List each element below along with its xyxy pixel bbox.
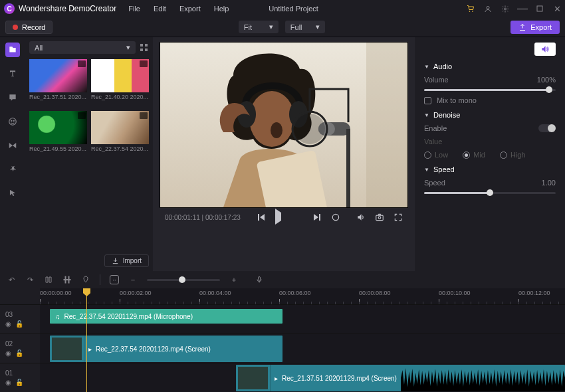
title-bar: C Wondershare DemoCreator File Edit Expo… bbox=[0, 0, 565, 17]
close-icon[interactable]: ✕ bbox=[553, 5, 561, 13]
track-lane[interactable]: ▸Rec_22.37.54 20201129.mp4 (Screen) bbox=[40, 334, 565, 363]
camera-icon bbox=[78, 112, 86, 119]
menu-help[interactable]: Help bbox=[214, 5, 229, 13]
clip-name: Rec_21.40.20 2020... bbox=[91, 94, 149, 100]
zoom-slider[interactable] bbox=[147, 279, 220, 281]
menu-export[interactable]: Export bbox=[179, 5, 201, 13]
chevron-down-icon: ▾ bbox=[126, 43, 130, 52]
denoise-high-radio[interactable] bbox=[500, 151, 507, 159]
prev-frame-button[interactable] bbox=[257, 213, 266, 222]
track-header[interactable]: 01◉🔓 bbox=[0, 363, 40, 392]
svg-point-14 bbox=[249, 91, 294, 147]
track-header[interactable]: 03◉🔓 bbox=[0, 304, 40, 334]
menu-edit[interactable]: Edit bbox=[154, 5, 166, 13]
svg-rect-9 bbox=[145, 44, 148, 47]
svg-rect-26 bbox=[319, 214, 320, 221]
effects-tab[interactable] bbox=[5, 162, 20, 177]
marker-button[interactable] bbox=[81, 275, 90, 284]
mic-button[interactable] bbox=[255, 275, 264, 284]
toolbar: Record Fit▾ Full▾ Export bbox=[0, 17, 565, 37]
cursor-tab[interactable] bbox=[5, 186, 20, 201]
section-audio[interactable]: Audio bbox=[424, 62, 556, 70]
fit-select[interactable]: Fit▾ bbox=[239, 21, 279, 33]
svg-rect-13 bbox=[366, 43, 407, 207]
timeline-clip-video[interactable]: ▸Rec_21.37.51 20201129.mp4 (Screen) bbox=[236, 365, 565, 391]
media-clip[interactable]: Rec_21.49.55 2020... bbox=[29, 111, 87, 159]
audio-mute-button[interactable] bbox=[534, 43, 556, 56]
timeline-tracks[interactable]: 00:00:00:00 00:00:02:00 00:00:04:00 00:0… bbox=[40, 288, 565, 392]
snapshot-icon[interactable] bbox=[375, 213, 384, 222]
library-tab[interactable] bbox=[5, 43, 20, 57]
track-headers: 03◉🔓 02◉🔓 01◉🔓 bbox=[0, 288, 40, 392]
auto-button[interactable]: ↔ bbox=[110, 275, 119, 284]
loop-button[interactable] bbox=[331, 213, 340, 222]
full-select[interactable]: Full▾ bbox=[285, 21, 325, 33]
maximize-icon[interactable] bbox=[536, 5, 544, 13]
properties-panel: Audio Volume100% Mix to mono Denoise Ena… bbox=[415, 37, 565, 271]
denoise-mid-radio[interactable] bbox=[463, 151, 470, 159]
track-lane[interactable]: ▸Rec_21.37.51 20201129.mp4 (Screen) bbox=[40, 363, 565, 392]
speed-slider[interactable] bbox=[424, 192, 556, 194]
text-tab[interactable] bbox=[5, 66, 20, 81]
timeline-ruler[interactable]: 00:00:00:00 00:00:02:00 00:00:04:00 00:0… bbox=[40, 288, 565, 304]
minimize-icon[interactable]: — bbox=[518, 5, 526, 13]
next-frame-button[interactable] bbox=[312, 213, 322, 222]
grid-view-icon[interactable] bbox=[140, 43, 149, 52]
svg-point-15 bbox=[271, 122, 282, 138]
denoise-toggle[interactable] bbox=[538, 124, 556, 132]
zoom-out-button[interactable]: − bbox=[128, 275, 138, 284]
media-grid: Rec_21.37.51 2020... Rec_21.40.20 2020..… bbox=[25, 56, 153, 250]
track-header[interactable]: 02◉🔓 bbox=[0, 334, 40, 363]
media-clip[interactable]: Rec_21.40.20 2020... bbox=[91, 59, 149, 107]
redo-button[interactable]: ↷ bbox=[25, 275, 35, 284]
play-button[interactable] bbox=[275, 213, 284, 222]
denoise-low-radio[interactable] bbox=[424, 151, 431, 159]
eye-icon[interactable]: ◉ bbox=[5, 379, 11, 386]
settings-icon[interactable] bbox=[501, 5, 509, 13]
preview-panel: 00:00:01:11 | 00:00:17:23 bbox=[153, 37, 415, 271]
media-clip[interactable]: Rec_22.37.54 2020... bbox=[91, 111, 149, 159]
eye-icon[interactable]: ◉ bbox=[5, 349, 11, 357]
media-panel: All▾ Rec_21.37.51 2020... Rec_21.40.20 2… bbox=[25, 37, 153, 271]
cart-icon[interactable] bbox=[467, 5, 475, 13]
mix-to-mono-checkbox[interactable] bbox=[424, 97, 431, 104]
upload-icon bbox=[518, 23, 526, 31]
clip-name: Rec_21.49.55 2020... bbox=[29, 146, 87, 152]
playhead[interactable] bbox=[86, 288, 87, 392]
import-button[interactable]: Import bbox=[104, 254, 149, 267]
video-icon: ▸ bbox=[275, 375, 278, 382]
stop-button[interactable] bbox=[294, 213, 303, 222]
preview-viewport[interactable] bbox=[160, 43, 407, 207]
zoom-in-button[interactable]: + bbox=[229, 275, 239, 284]
section-speed[interactable]: Speed bbox=[424, 165, 556, 173]
media-filter-select[interactable]: All▾ bbox=[29, 41, 136, 54]
eye-icon[interactable]: ◉ bbox=[5, 320, 11, 328]
side-rail bbox=[0, 37, 25, 271]
section-denoise[interactable]: Denoise bbox=[424, 111, 556, 119]
fullscreen-icon[interactable] bbox=[394, 213, 403, 222]
undo-button[interactable]: ↶ bbox=[7, 275, 16, 284]
account-icon[interactable] bbox=[484, 5, 492, 13]
timeline-clip-video[interactable]: ▸Rec_22.37.54 20201129.mp4 (Screen) bbox=[50, 336, 282, 362]
lock-icon[interactable]: 🔓 bbox=[15, 349, 23, 357]
sticker-tab[interactable] bbox=[5, 114, 20, 129]
annotation-tab[interactable] bbox=[5, 90, 20, 105]
crop-button[interactable] bbox=[62, 275, 72, 284]
export-button[interactable]: Export bbox=[510, 21, 560, 34]
menu-file[interactable]: File bbox=[128, 5, 140, 13]
record-button[interactable]: Record bbox=[5, 21, 53, 34]
lock-icon[interactable]: 🔓 bbox=[15, 379, 23, 386]
app-brand: Wondershare DemoCreator bbox=[19, 4, 116, 13]
svg-point-3 bbox=[505, 8, 507, 10]
timeline-panel: ↶ ↷ ↔ − + 03◉🔓 02◉🔓 01◉🔓 00:00:00:00 00:… bbox=[0, 271, 565, 392]
lock-icon[interactable]: 🔓 bbox=[15, 320, 23, 328]
media-clip[interactable]: Rec_21.37.51 2020... bbox=[29, 59, 87, 107]
volume-slider[interactable] bbox=[424, 89, 556, 91]
split-button[interactable] bbox=[44, 275, 53, 284]
volume-icon[interactable] bbox=[356, 213, 366, 222]
svg-point-0 bbox=[469, 11, 470, 12]
timeline-clip-audio[interactable]: ♫ Rec_22.37.54 20201129.mp4 (Microphone) bbox=[50, 309, 282, 324]
track-lane[interactable]: ♫ Rec_22.37.54 20201129.mp4 (Microphone) bbox=[40, 304, 565, 334]
transition-tab[interactable] bbox=[5, 138, 20, 153]
project-title: Untitled Project bbox=[269, 5, 318, 13]
